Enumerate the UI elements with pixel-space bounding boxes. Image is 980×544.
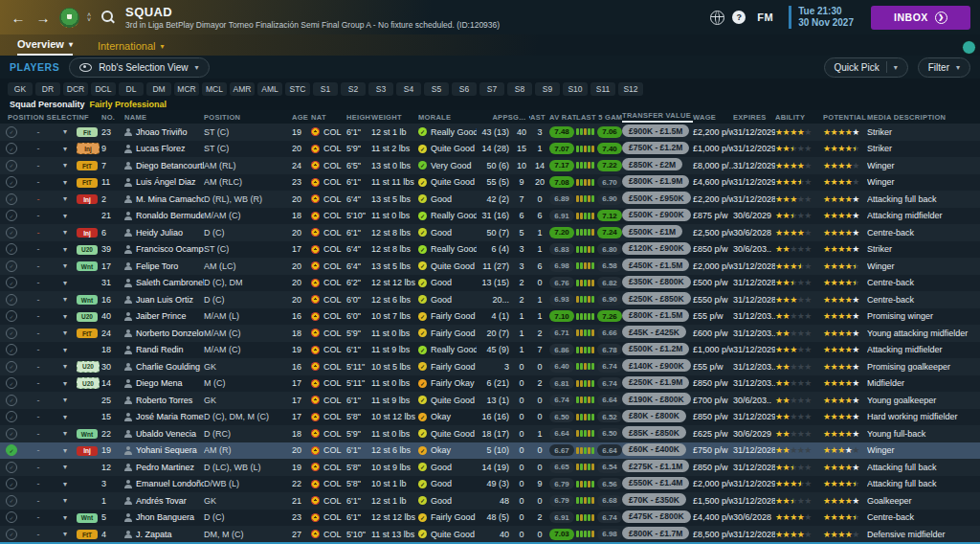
column-weight[interactable]: WEIGHT	[371, 113, 418, 122]
column-expires[interactable]: EXPIRES	[733, 113, 775, 122]
tab-international[interactable]: International▾	[98, 40, 165, 56]
row-chevron-icon[interactable]: ▾	[54, 346, 77, 354]
player-name[interactable]: J. Zapata	[124, 530, 204, 539]
row-chevron-icon[interactable]: ▾	[54, 446, 77, 455]
position-slot-dm[interactable]: DM	[146, 82, 171, 96]
player-row[interactable]: ✓-▾U2040Jaiber PrinceM/AM (L)16COL6'0"10…	[0, 308, 980, 326]
selection-check-icon[interactable]: ✓	[6, 444, 17, 456]
club-switcher-chevrons-icon[interactable]: ˄˅	[87, 12, 91, 22]
selection-check-icon[interactable]: ✓	[6, 310, 17, 322]
row-chevron-icon[interactable]: ▾	[54, 530, 77, 538]
player-row[interactable]: ✓-▾18Randi RedinM/AM (C)19COL6'1"11 st 9…	[0, 342, 980, 359]
selection-check-icon[interactable]: ✓	[6, 193, 17, 205]
inbox-button[interactable]: INBOX ❯	[871, 6, 970, 30]
player-name[interactable]: Roberto Torres	[124, 396, 204, 405]
row-chevron-icon[interactable]: ▾	[54, 145, 77, 153]
player-name[interactable]: Diego Mena	[124, 378, 204, 388]
player-row[interactable]: ✓-▾Wnt5Jhon BangueraD (C)23COL6'1"12 st …	[0, 510, 980, 527]
player-name[interactable]: Felipe Toro	[124, 261, 204, 271]
position-slot-dl[interactable]: DL	[119, 82, 144, 96]
row-chevron-icon[interactable]: ▾	[54, 463, 77, 471]
player-name[interactable]: Ubaldo Venecia	[124, 429, 204, 439]
column-nat[interactable]: NAT	[311, 113, 346, 122]
filter-dropdown[interactable]: Filter ▾	[918, 57, 970, 78]
player-row[interactable]: ✓-▾U2030Charlie GouldingGK16COL5'11"10 s…	[0, 358, 980, 375]
selection-check-icon[interactable]: ✓	[6, 395, 17, 406]
player-row[interactable]: ✓-▾Wnt22Ubaldo VeneciaD (RC)18COL5'9"11 …	[0, 425, 980, 442]
player-row[interactable]: ✓-▾15José Maria RomeroD (C), DM, M (C)17…	[0, 409, 980, 426]
player-name[interactable]: Francisco Ocampo	[124, 244, 204, 254]
position-slot-dcr[interactable]: DCR	[63, 82, 88, 96]
player-row[interactable]: ✓-▾U2039Francisco OcampoST (C)17COL6'4"1…	[0, 241, 980, 259]
player-row[interactable]: ✓-▾21Ronaldo BermudezM/AM (C)18COL5'10"1…	[0, 208, 980, 225]
position-slot-s6[interactable]: S6	[452, 82, 477, 96]
row-chevron-icon[interactable]: ▾	[54, 513, 77, 522]
player-row[interactable]: ✓-▾FtT11Luis Ángel DiazAM (RLC)23COL6'1"…	[0, 174, 980, 192]
column-potential[interactable]: POTENTIAL	[823, 113, 867, 122]
player-row[interactable]: ✓-▾U2014Diego MenaM (C)17COL5'11"11 st 0…	[0, 375, 980, 393]
player-name[interactable]: Charlie Goulding	[124, 362, 204, 372]
position-slot-s5[interactable]: S5	[424, 82, 449, 96]
selection-check-icon[interactable]: ✓	[6, 377, 17, 389]
column-goals[interactable]: G... ▼	[513, 113, 530, 122]
selection-check-icon[interactable]: ✓	[6, 227, 17, 238]
player-row[interactable]: ✓-▾Wnt17Felipe ToroAM (LC)20COL6'4"13 st…	[0, 258, 980, 275]
row-chevron-icon[interactable]: ▾	[54, 329, 77, 337]
position-slot-s10[interactable]: S10	[563, 82, 588, 96]
view-selector-dropdown[interactable]: Rob's Selection View ▾	[69, 57, 209, 78]
row-chevron-icon[interactable]: ▾	[54, 413, 77, 421]
row-chevron-icon[interactable]: ▾	[54, 161, 77, 170]
selection-check-icon[interactable]: ✓	[6, 495, 17, 507]
position-slot-gk[interactable]: GK	[8, 82, 33, 96]
selection-check-icon[interactable]: ✓	[6, 160, 17, 171]
player-row[interactable]: ✓-▾FtT4J. ZapataDM, M (C)27COL5'10"11 st…	[0, 526, 980, 543]
player-name[interactable]: Jhoao Triviño	[124, 127, 204, 137]
selection-check-icon[interactable]: ✓	[6, 344, 17, 355]
selection-check-icon[interactable]: ✓	[6, 210, 17, 221]
player-name[interactable]: Luis Ángel Diaz	[124, 177, 204, 187]
quick-pick-button[interactable]: Quick Pick ▾	[824, 57, 908, 78]
player-name[interactable]: Emanuel Londoño	[124, 479, 204, 488]
player-name[interactable]: Ronaldo Bermudez	[124, 211, 204, 220]
player-name[interactable]: Saleth Cambronell	[124, 278, 204, 287]
row-chevron-icon[interactable]: ▾	[54, 194, 77, 203]
row-chevron-icon[interactable]: ▾	[54, 127, 77, 136]
player-row[interactable]: ✓-▾1Andrés TovarGK21COL6'1"12 st 1 lb✓Go…	[0, 492, 980, 510]
position-slot-s9[interactable]: S9	[535, 82, 560, 96]
player-row[interactable]: ✓-▾12Pedro MartinezD (LC), WB (L)19COL5'…	[0, 459, 980, 476]
column-age[interactable]: AGE	[292, 113, 311, 122]
position-slot-dcl[interactable]: DCL	[91, 82, 116, 96]
player-name[interactable]: Randi Redin	[124, 345, 204, 354]
row-chevron-icon[interactable]: ▾	[54, 279, 77, 287]
player-row[interactable]: ✓-▾Inj19Yohani SequeraAM (R)20COL6'1"12 …	[0, 442, 980, 460]
forward-button[interactable]: →	[34, 10, 52, 26]
selection-check-icon[interactable]: ✓	[6, 529, 17, 540]
player-name[interactable]: Yohani Sequera	[124, 445, 204, 455]
row-chevron-icon[interactable]: ▾	[54, 496, 77, 505]
player-name[interactable]: M. Mina Camacho	[124, 194, 204, 204]
position-slot-s3[interactable]: S3	[368, 82, 393, 96]
player-row[interactable]: ✓-▾Inj6Heidy JuliaoD (C)20COL6'1"12 st 8…	[0, 224, 980, 241]
position-slot-s12[interactable]: S12	[618, 82, 643, 96]
column-morale[interactable]: MORALE	[418, 113, 477, 122]
row-chevron-icon[interactable]: ▾	[54, 228, 77, 237]
player-row[interactable]: ✓-▾FtT7Diego BetancourthAM (RL)24COL6'5"…	[0, 157, 980, 174]
position-slot-mcl[interactable]: MCL	[202, 82, 227, 96]
position-slot-stc[interactable]: STC	[285, 82, 310, 96]
player-name[interactable]: Juan Luis Ortiz	[124, 295, 204, 305]
column-last5[interactable]: LAST 5 GAMES	[576, 113, 622, 122]
column-transfer-value[interactable]: TRANSFER VALUE	[622, 111, 693, 123]
position-slot-s1[interactable]: S1	[313, 82, 338, 96]
player-name[interactable]: Lucas Florez	[124, 144, 204, 153]
selection-check-icon[interactable]: ✓	[6, 328, 17, 339]
row-chevron-icon[interactable]: ▾	[54, 429, 77, 438]
notification-bubble-icon[interactable]	[962, 40, 976, 55]
row-chevron-icon[interactable]: ▾	[54, 212, 77, 220]
player-row[interactable]: ✓-▾3Emanuel LondoñoD/WB (L)22COL5'8"10 s…	[0, 476, 980, 493]
player-row[interactable]: ✓-▾Inj2M. Mina CamachoD (RL), WB (R)20CO…	[0, 191, 980, 208]
player-row[interactable]: ✓-▾Fit23Jhoao TriviñoST (C)19COL6'1"12 s…	[0, 124, 980, 141]
column-position[interactable]: POSITION	[204, 113, 292, 122]
selection-check-icon[interactable]: ✓	[6, 277, 17, 288]
position-slot-s11[interactable]: S11	[590, 82, 615, 96]
player-name[interactable]: Andrés Tovar	[124, 496, 204, 506]
